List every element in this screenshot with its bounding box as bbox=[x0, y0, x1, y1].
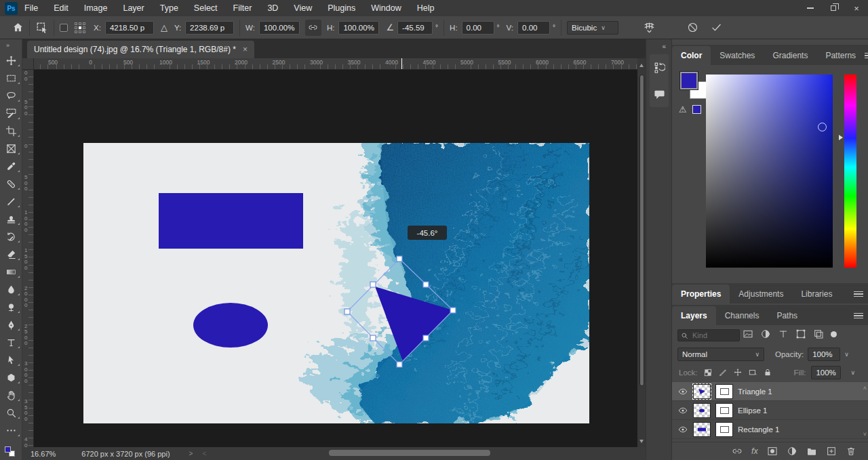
zoom-level[interactable]: 16.67% bbox=[31, 450, 56, 458]
transform-handle[interactable] bbox=[423, 335, 429, 341]
color-panel-menu-icon[interactable] bbox=[865, 51, 868, 60]
add-layer-mask-icon[interactable] bbox=[767, 446, 778, 457]
close-tab-icon[interactable]: × bbox=[243, 45, 248, 54]
layer-thumbnail[interactable] bbox=[693, 384, 711, 399]
commit-transform-icon[interactable] bbox=[711, 22, 722, 33]
dodge-tool[interactable] bbox=[0, 298, 22, 316]
ruler-corner[interactable] bbox=[22, 58, 34, 70]
interpolation-select[interactable]: Bicubic ∨ bbox=[567, 21, 618, 35]
gamut-warning-icon[interactable]: ⚠ bbox=[679, 104, 687, 114]
clone-stamp-tool[interactable] bbox=[0, 210, 22, 228]
vertical-scrollbar-thumb[interactable] bbox=[639, 75, 644, 386]
close-button[interactable]: × bbox=[845, 0, 868, 16]
filter-pixel-layers-icon[interactable] bbox=[743, 329, 753, 339]
layer-search-field[interactable] bbox=[677, 329, 740, 341]
properties-tab-libraries[interactable]: Libraries bbox=[792, 285, 841, 304]
transform-handle[interactable] bbox=[370, 282, 376, 287]
dock-collapse-icon[interactable]: « bbox=[662, 43, 666, 50]
menu-view[interactable]: View bbox=[294, 3, 312, 13]
transform-handle[interactable] bbox=[450, 308, 456, 313]
layer-list-scroll-down-icon[interactable]: ˅ bbox=[863, 431, 867, 438]
layers-tab-paths[interactable]: Paths bbox=[768, 306, 806, 325]
history-brush-tool[interactable] bbox=[0, 228, 22, 245]
gradient-tool[interactable] bbox=[0, 263, 22, 280]
color-tab-swatches[interactable]: Swatches bbox=[711, 46, 764, 65]
hue-slider-arrow[interactable] bbox=[839, 135, 843, 140]
type-tool[interactable] bbox=[0, 333, 22, 351]
horizontal-ruler[interactable]: 5000500100015002000250030003500400045005… bbox=[34, 58, 637, 70]
relative-position-icon[interactable]: △ bbox=[161, 22, 167, 33]
status-chevron-icon[interactable]: > bbox=[189, 450, 193, 457]
menu-type[interactable]: Type bbox=[160, 3, 178, 13]
layer-list-scroll-up-icon[interactable]: ˄ bbox=[863, 385, 867, 392]
vector-mask-thumbnail[interactable] bbox=[715, 403, 733, 418]
filter-toggle-icon[interactable] bbox=[831, 331, 837, 337]
scroll-down-icon[interactable] bbox=[639, 440, 644, 443]
menu-help[interactable]: Help bbox=[417, 3, 435, 13]
layer-thumbnail[interactable] bbox=[693, 422, 711, 437]
blur-tool[interactable] bbox=[0, 280, 22, 298]
lasso-tool[interactable] bbox=[0, 87, 22, 104]
shape-tool[interactable] bbox=[0, 369, 22, 386]
new-layer-icon[interactable] bbox=[826, 446, 837, 457]
layer-visibility-eye-icon[interactable] bbox=[677, 426, 688, 433]
lock-artboard-icon[interactable] bbox=[748, 368, 757, 377]
menu-file[interactable]: File bbox=[24, 3, 38, 13]
layers-tab-channels[interactable]: Channels bbox=[716, 306, 768, 325]
minimize-button[interactable] bbox=[799, 0, 822, 16]
eraser-tool[interactable] bbox=[0, 245, 22, 263]
properties-tab-properties[interactable]: Properties bbox=[672, 285, 730, 304]
filter-adjustment-layers-icon[interactable] bbox=[760, 329, 771, 339]
menu-3d[interactable]: 3D bbox=[267, 3, 278, 13]
home-icon[interactable] bbox=[12, 22, 24, 33]
menu-window[interactable]: Window bbox=[371, 3, 401, 13]
brush-tool[interactable] bbox=[0, 192, 22, 210]
layer-visibility-eye-icon[interactable] bbox=[677, 407, 688, 414]
menu-image[interactable]: Image bbox=[84, 3, 108, 13]
transform-handle[interactable] bbox=[423, 282, 429, 287]
layer-row[interactable]: Rectangle 1 bbox=[672, 420, 868, 439]
layer-visibility-eye-icon[interactable] bbox=[677, 388, 688, 395]
h-skew-field[interactable]: 0.00 bbox=[462, 21, 494, 35]
rotation-field[interactable]: -45.59 bbox=[397, 21, 433, 35]
link-layers-icon[interactable] bbox=[732, 446, 743, 457]
filter-type-layers-icon[interactable] bbox=[778, 329, 789, 339]
fill-field[interactable]: 100% bbox=[811, 366, 841, 379]
menu-edit[interactable]: Edit bbox=[54, 3, 68, 13]
opacity-field[interactable]: 100% bbox=[808, 348, 840, 361]
filter-shape-layers-icon[interactable] bbox=[795, 329, 806, 339]
vertical-ruler[interactable]: 1 0 0 05 0 005 0 01 0 0 01 5 0 02 0 0 02… bbox=[22, 70, 34, 447]
vector-mask-thumbnail[interactable] bbox=[715, 384, 733, 399]
color-tab-color[interactable]: Color bbox=[672, 46, 711, 65]
transform-handle[interactable] bbox=[397, 362, 402, 367]
new-group-icon[interactable] bbox=[806, 446, 817, 457]
path-selection-tool[interactable] bbox=[0, 351, 22, 369]
canvas[interactable]: -45.6° bbox=[83, 143, 589, 423]
y-position-field[interactable]: 2238.69 p bbox=[185, 21, 234, 35]
rectangle-shape[interactable] bbox=[159, 193, 303, 249]
saturation-brightness-field[interactable] bbox=[706, 75, 833, 268]
menu-plugins[interactable]: Plugins bbox=[328, 3, 355, 13]
height-field[interactable]: 100.00% bbox=[338, 21, 379, 35]
more-tools-tool[interactable] bbox=[0, 421, 22, 439]
warp-mode-icon[interactable] bbox=[643, 21, 656, 34]
version-history-icon[interactable] bbox=[650, 58, 669, 76]
object-selection-tool[interactable] bbox=[0, 104, 22, 122]
layers-panel-menu-icon[interactable] bbox=[854, 312, 863, 320]
lock-pixels-icon[interactable] bbox=[718, 368, 728, 377]
restore-button[interactable] bbox=[822, 0, 845, 16]
comments-icon[interactable] bbox=[650, 85, 669, 103]
width-field[interactable]: 100.00% bbox=[259, 21, 300, 35]
add-adjustment-layer-icon[interactable] bbox=[787, 446, 797, 457]
layer-filter-input[interactable] bbox=[691, 331, 734, 340]
reference-point-locator[interactable] bbox=[75, 22, 85, 33]
eyedropper-tool[interactable] bbox=[0, 157, 22, 175]
blend-mode-select[interactable]: Normal ∨ bbox=[677, 348, 764, 361]
menu-layer[interactable]: Layer bbox=[123, 3, 144, 13]
zoom-tool[interactable] bbox=[0, 404, 22, 421]
properties-panel-menu-icon[interactable] bbox=[854, 290, 863, 299]
lock-all-icon[interactable] bbox=[763, 368, 772, 377]
layer-styles-icon[interactable]: fx bbox=[751, 446, 758, 456]
color-tab-gradients[interactable]: Gradients bbox=[764, 46, 816, 65]
transform-handle[interactable] bbox=[397, 256, 402, 262]
